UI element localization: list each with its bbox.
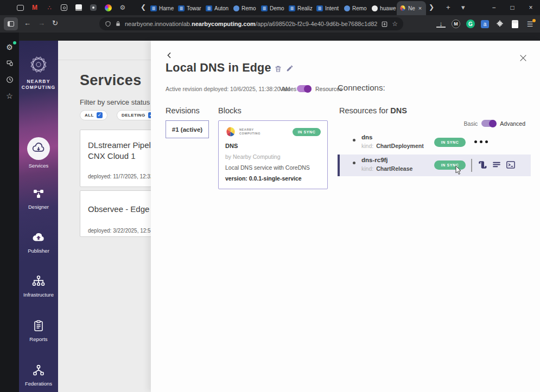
- browser-tab[interactable]: ☰Demo: [258, 1, 286, 15]
- service-card-dlstreamer[interactable]: DLstreamer Pipeline CNX Cloud 1 deployed…: [80, 130, 151, 187]
- downloads-icon[interactable]: ↓: [436, 20, 446, 28]
- panel-divider: [58, 60, 151, 60]
- block-name: DNS: [225, 143, 321, 149]
- values-label: Values: [279, 86, 296, 92]
- sidebar-item-federations[interactable]: Federations: [19, 363, 58, 387]
- basic-advanced-toggle[interactable]: [481, 120, 496, 127]
- tab-list-chevron-icon[interactable]: ▾: [461, 3, 465, 11]
- delete-trash-icon[interactable]: [274, 65, 283, 73]
- back-chevron-icon[interactable]: [166, 52, 174, 60]
- browser-tab[interactable]: ☰Intent: [314, 1, 341, 15]
- revisions-heading: Revisions: [166, 106, 200, 115]
- block-version: version: 0.0.1-single-service: [225, 175, 321, 182]
- browser-tab[interactable]: huawe: [369, 1, 397, 15]
- checkbox-checked-icon[interactable]: ✓: [97, 112, 103, 118]
- more-options-icon[interactable]: [474, 140, 488, 143]
- github-favicon: [372, 5, 378, 11]
- divider: [471, 159, 472, 172]
- status-green-dot: [13, 41, 16, 44]
- address-bar[interactable]: nearbyone.innovationlab.nearbycomputing.…: [99, 17, 403, 30]
- dock-devices-icon[interactable]: [5, 59, 14, 68]
- logs-icon[interactable]: [492, 160, 502, 170]
- tab-label: Remo: [242, 5, 256, 11]
- tab-label: Remo: [352, 5, 367, 11]
- ieee-favicon: ☰: [261, 5, 268, 11]
- terminal-icon[interactable]: [506, 160, 516, 170]
- filter-chip-deleting[interactable]: DELETING ✓: [117, 110, 151, 120]
- close-panel-icon[interactable]: [519, 54, 529, 63]
- advanced-label: Advanced: [500, 120, 525, 127]
- side-panel-toggle-button[interactable]: [4, 17, 18, 30]
- values-resources-toggle[interactable]: [297, 85, 312, 92]
- clock-pinned-tab-icon[interactable]: [60, 4, 68, 11]
- sidebar-item-reports[interactable]: Reports: [19, 318, 58, 342]
- dock-star-icon[interactable]: ☆: [5, 91, 14, 100]
- browser-tab[interactable]: ☰Harne: [148, 1, 175, 15]
- pinned-tabs: M ∴ ⚙: [16, 0, 126, 15]
- manifest-script-icon[interactable]: [478, 160, 488, 170]
- gmail-pinned-tab-icon[interactable]: M: [31, 4, 39, 11]
- edit-pencil-icon[interactable]: [286, 65, 295, 73]
- tab-scroll-left-icon[interactable]: ❮: [141, 3, 146, 11]
- tab-close-icon[interactable]: ×: [418, 5, 422, 11]
- new-tab-button[interactable]: +: [446, 3, 450, 11]
- filter-chip-all[interactable]: ALL ✓: [80, 110, 107, 120]
- tab-label: Intent: [325, 5, 339, 11]
- federations-network-icon: [31, 363, 46, 378]
- sidebar-item-publisher[interactable]: Publisher: [19, 230, 58, 254]
- service-card-observee[interactable]: Observee - Edge deployed: 3/22/2025, 12:…: [80, 190, 151, 237]
- resource-row-dns-rc9fj[interactable]: dns-rc9fj kind:ChartRelease IN SYNC: [338, 155, 531, 176]
- sidebar-item-designer[interactable]: Designer: [19, 186, 58, 210]
- tab-label: Ne: [408, 5, 415, 11]
- browser-tab-strip: M ∴ ⚙ ❮ ☰Harne ☰Towar ☰Auton Remo ☰Demo …: [0, 0, 540, 15]
- settings-pinned-tab-icon[interactable]: ⚙: [119, 4, 126, 11]
- translate-extension-icon[interactable]: a: [481, 20, 489, 28]
- back-button[interactable]: ←: [24, 19, 31, 27]
- browser-tab[interactable]: ☰Auton: [203, 1, 231, 15]
- app-cluster-pinned-tab-icon[interactable]: ∴: [46, 4, 53, 11]
- browser-menu-icon[interactable]: ☰: [525, 20, 535, 29]
- window-maximize-button[interactable]: □: [503, 0, 522, 15]
- block-card-dns[interactable]: NEARBY COMPUTING IN SYNC DNS by Nearby C…: [218, 120, 328, 189]
- designer-flow-icon: [31, 186, 46, 201]
- save-to-collection-icon[interactable]: [381, 21, 388, 28]
- app-sidebar: NEARBY COMPUTING Services Designer Publi…: [19, 41, 58, 392]
- sidebar-item-services[interactable]: Services: [19, 137, 58, 169]
- bookmark-star-icon[interactable]: ☆: [392, 20, 398, 28]
- profile-m-icon[interactable]: M: [452, 20, 460, 28]
- tab-label: Towar: [187, 5, 201, 11]
- browser-tab[interactable]: ☰Towar: [175, 1, 203, 15]
- tab-search-icon[interactable]: [16, 4, 24, 11]
- status-badge: IN SYNC: [434, 138, 466, 147]
- grammarly-extension-icon[interactable]: G: [466, 20, 475, 28]
- browser-tab-active[interactable]: Ne ×: [397, 1, 426, 15]
- reload-button[interactable]: ↻: [52, 19, 58, 27]
- sidebar-item-infrastructure[interactable]: Infrastructure: [19, 274, 58, 298]
- filter-label: Filter by service status: [80, 98, 150, 106]
- tab-scroll-right-icon[interactable]: ❯: [429, 3, 434, 11]
- url-text: nearbyone.innovationlab.nearbycomputing.…: [125, 21, 377, 27]
- resources-heading: Resources for DNS: [339, 106, 407, 115]
- basic-advanced-toggle-row: Basic Advanced: [464, 120, 525, 127]
- services-cloud-icon: [27, 137, 50, 160]
- browser-tab[interactable]: Remo: [231, 1, 258, 15]
- browser-tab[interactable]: ☰Realiz: [286, 1, 314, 15]
- chat-pinned-tab-icon[interactable]: [90, 4, 97, 11]
- block-description: Local DNS service with CoreDNS: [225, 164, 321, 171]
- forward-button[interactable]: →: [38, 19, 45, 27]
- window-minimize-button[interactable]: −: [485, 0, 503, 15]
- window-close-button[interactable]: ×: [522, 0, 540, 15]
- ieee-favicon: ☰: [316, 5, 323, 11]
- revision-item[interactable]: #1 (active): [166, 120, 209, 138]
- ieee-favicon: ☰: [150, 5, 157, 11]
- lock-icon: [115, 21, 121, 27]
- browser-tab[interactable]: Remo: [341, 1, 369, 15]
- services-panel: Services Filter by service status ALL ✓ …: [58, 41, 151, 392]
- reading-list-icon[interactable]: [510, 20, 519, 29]
- colorwheel-pinned-tab-icon[interactable]: [104, 4, 112, 11]
- extensions-puzzle-icon[interactable]: [495, 20, 504, 29]
- docs-pinned-tab-icon[interactable]: [75, 4, 82, 11]
- resource-row-dns[interactable]: dns kind:ChartDeployment IN SYNC: [338, 132, 531, 153]
- shield-icon[interactable]: [105, 21, 111, 27]
- dock-clock-icon[interactable]: [5, 75, 14, 84]
